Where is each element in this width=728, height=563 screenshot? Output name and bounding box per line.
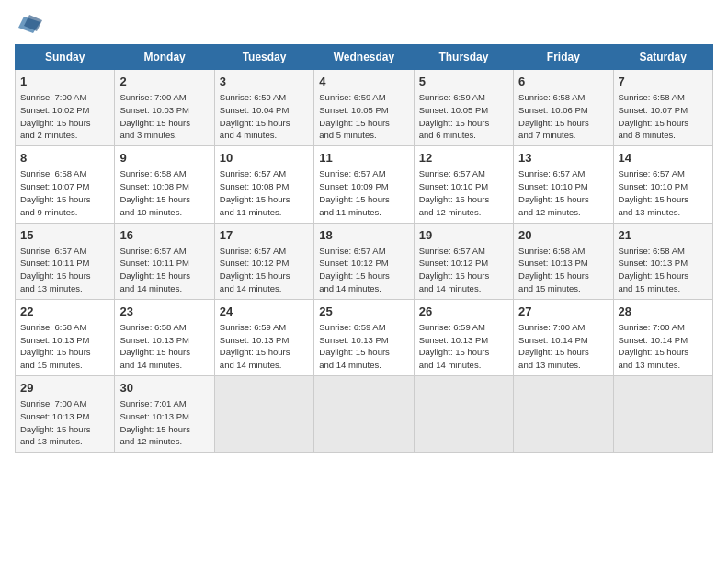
day-number: 10 — [220, 150, 309, 167]
day-number: 15 — [20, 227, 109, 244]
calendar-cell: 2Sunrise: 7:00 AM Sunset: 10:03 PM Dayli… — [115, 70, 214, 146]
day-info: Sunrise: 6:59 AM Sunset: 10:05 PM Daylig… — [319, 91, 408, 142]
weekday-header-thursday: Thursday — [414, 45, 513, 70]
day-info: Sunrise: 6:59 AM Sunset: 10:05 PM Daylig… — [419, 91, 508, 142]
day-number: 23 — [119, 304, 209, 320]
calendar-cell: 1Sunrise: 7:00 AM Sunset: 10:02 PM Dayli… — [16, 70, 115, 146]
weekday-row: SundayMondayTuesdayWednesdayThursdayFrid… — [16, 45, 713, 70]
day-info: Sunrise: 6:58 AM Sunset: 10:06 PM Daylig… — [518, 91, 608, 142]
calendar-cell: 9Sunrise: 6:58 AM Sunset: 10:08 PM Dayli… — [115, 146, 214, 223]
calendar-cell: 27Sunrise: 7:00 AM Sunset: 10:14 PM Dayl… — [514, 299, 613, 375]
day-number: 19 — [419, 227, 508, 244]
logo — [15, 15, 42, 35]
day-info: Sunrise: 6:57 AM Sunset: 10:12 PM Daylig… — [419, 245, 508, 295]
day-number: 4 — [319, 74, 408, 90]
day-info: Sunrise: 6:59 AM Sunset: 10:04 PM Daylig… — [220, 91, 309, 142]
day-number: 6 — [518, 74, 608, 90]
calendar-cell: 10Sunrise: 6:57 AM Sunset: 10:08 PM Dayl… — [214, 146, 313, 223]
weekday-header-friday: Friday — [514, 45, 613, 70]
day-info: Sunrise: 6:58 AM Sunset: 10:13 PM Daylig… — [619, 245, 708, 295]
day-info: Sunrise: 6:57 AM Sunset: 10:10 PM Daylig… — [419, 167, 508, 218]
calendar-cell: 12Sunrise: 6:57 AM Sunset: 10:10 PM Dayl… — [414, 146, 513, 223]
page-header — [15, 15, 713, 35]
calendar-cell — [613, 376, 712, 453]
calendar-cell: 6Sunrise: 6:58 AM Sunset: 10:06 PM Dayli… — [514, 70, 613, 146]
day-number: 20 — [518, 227, 608, 244]
calendar-cell: 24Sunrise: 6:59 AM Sunset: 10:13 PM Dayl… — [214, 299, 313, 375]
calendar-cell: 13Sunrise: 6:57 AM Sunset: 10:10 PM Dayl… — [514, 146, 613, 223]
day-info: Sunrise: 6:57 AM Sunset: 10:08 PM Daylig… — [220, 167, 309, 218]
day-number: 29 — [20, 380, 109, 396]
day-number: 21 — [619, 227, 708, 244]
calendar-cell: 28Sunrise: 7:00 AM Sunset: 10:14 PM Dayl… — [613, 299, 712, 375]
calendar-cell: 11Sunrise: 6:57 AM Sunset: 10:09 PM Dayl… — [314, 146, 414, 223]
calendar-table: SundayMondayTuesdayWednesdayThursdayFrid… — [15, 44, 713, 453]
day-info: Sunrise: 6:57 AM Sunset: 10:10 PM Daylig… — [518, 167, 608, 218]
day-number: 7 — [619, 74, 708, 90]
calendar-cell: 7Sunrise: 6:58 AM Sunset: 10:07 PM Dayli… — [613, 70, 712, 146]
calendar-cell: 19Sunrise: 6:57 AM Sunset: 10:12 PM Dayl… — [414, 223, 513, 299]
day-info: Sunrise: 6:58 AM Sunset: 10:08 PM Daylig… — [119, 167, 209, 218]
calendar-header: SundayMondayTuesdayWednesdayThursdayFrid… — [16, 45, 713, 70]
calendar-cell: 20Sunrise: 6:58 AM Sunset: 10:13 PM Dayl… — [514, 223, 613, 299]
day-info: Sunrise: 6:57 AM Sunset: 10:12 PM Daylig… — [319, 245, 408, 295]
calendar-cell — [514, 376, 613, 453]
day-info: Sunrise: 6:59 AM Sunset: 10:13 PM Daylig… — [319, 321, 408, 372]
day-info: Sunrise: 6:58 AM Sunset: 10:13 PM Daylig… — [518, 245, 608, 295]
day-info: Sunrise: 6:58 AM Sunset: 10:13 PM Daylig… — [20, 321, 109, 372]
day-number: 13 — [518, 150, 608, 167]
day-number: 28 — [619, 304, 708, 320]
day-number: 14 — [619, 150, 708, 167]
day-number: 18 — [319, 227, 408, 244]
day-info: Sunrise: 6:59 AM Sunset: 10:13 PM Daylig… — [220, 321, 309, 372]
day-number: 24 — [220, 304, 309, 320]
calendar-cell: 30Sunrise: 7:01 AM Sunset: 10:13 PM Dayl… — [115, 376, 214, 453]
day-info: Sunrise: 6:59 AM Sunset: 10:13 PM Daylig… — [419, 321, 508, 372]
day-number: 5 — [419, 74, 508, 90]
day-number: 26 — [419, 304, 508, 320]
calendar-cell: 21Sunrise: 6:58 AM Sunset: 10:13 PM Dayl… — [613, 223, 712, 299]
day-number: 27 — [518, 304, 608, 320]
day-info: Sunrise: 6:57 AM Sunset: 10:12 PM Daylig… — [220, 245, 309, 295]
calendar-week-3: 15Sunrise: 6:57 AM Sunset: 10:11 PM Dayl… — [16, 223, 713, 299]
calendar-cell: 8Sunrise: 6:58 AM Sunset: 10:07 PM Dayli… — [16, 146, 115, 223]
weekday-header-monday: Monday — [115, 45, 214, 70]
calendar-cell: 16Sunrise: 6:57 AM Sunset: 10:11 PM Dayl… — [115, 223, 214, 299]
calendar-body: 1Sunrise: 7:00 AM Sunset: 10:02 PM Dayli… — [16, 70, 713, 453]
calendar-cell: 22Sunrise: 6:58 AM Sunset: 10:13 PM Dayl… — [16, 299, 115, 375]
day-info: Sunrise: 6:57 AM Sunset: 10:10 PM Daylig… — [619, 167, 708, 218]
calendar-week-4: 22Sunrise: 6:58 AM Sunset: 10:13 PM Dayl… — [16, 299, 713, 375]
day-info: Sunrise: 7:00 AM Sunset: 10:02 PM Daylig… — [20, 91, 109, 142]
day-number: 25 — [319, 304, 408, 320]
calendar-week-1: 1Sunrise: 7:00 AM Sunset: 10:02 PM Dayli… — [16, 70, 713, 146]
day-number: 12 — [419, 150, 508, 167]
calendar-cell — [314, 376, 414, 453]
calendar-week-5: 29Sunrise: 7:00 AM Sunset: 10:13 PM Dayl… — [16, 376, 713, 453]
calendar-cell: 18Sunrise: 6:57 AM Sunset: 10:12 PM Dayl… — [314, 223, 414, 299]
day-info: Sunrise: 7:00 AM Sunset: 10:14 PM Daylig… — [518, 321, 608, 372]
calendar-cell: 23Sunrise: 6:58 AM Sunset: 10:13 PM Dayl… — [115, 299, 214, 375]
day-number: 22 — [20, 304, 109, 320]
day-info: Sunrise: 6:58 AM Sunset: 10:07 PM Daylig… — [619, 91, 708, 142]
calendar-cell: 15Sunrise: 6:57 AM Sunset: 10:11 PM Dayl… — [16, 223, 115, 299]
calendar-cell: 17Sunrise: 6:57 AM Sunset: 10:12 PM Dayl… — [214, 223, 313, 299]
calendar-cell — [414, 376, 513, 453]
day-number: 1 — [20, 74, 109, 90]
weekday-header-saturday: Saturday — [613, 45, 712, 70]
day-number: 8 — [20, 150, 109, 167]
weekday-header-wednesday: Wednesday — [314, 45, 414, 70]
day-info: Sunrise: 7:01 AM Sunset: 10:13 PM Daylig… — [119, 397, 209, 448]
day-number: 9 — [119, 150, 209, 167]
calendar-cell: 26Sunrise: 6:59 AM Sunset: 10:13 PM Dayl… — [414, 299, 513, 375]
day-number: 17 — [220, 227, 309, 244]
calendar-week-2: 8Sunrise: 6:58 AM Sunset: 10:07 PM Dayli… — [16, 146, 713, 223]
calendar-cell: 29Sunrise: 7:00 AM Sunset: 10:13 PM Dayl… — [16, 376, 115, 453]
day-number: 3 — [220, 74, 309, 90]
weekday-header-tuesday: Tuesday — [214, 45, 313, 70]
day-info: Sunrise: 6:58 AM Sunset: 10:07 PM Daylig… — [20, 167, 109, 218]
day-info: Sunrise: 7:00 AM Sunset: 10:03 PM Daylig… — [119, 91, 209, 142]
day-number: 16 — [119, 227, 209, 244]
calendar-cell: 5Sunrise: 6:59 AM Sunset: 10:05 PM Dayli… — [414, 70, 513, 146]
day-info: Sunrise: 6:57 AM Sunset: 10:09 PM Daylig… — [319, 167, 408, 218]
calendar-cell — [214, 376, 313, 453]
